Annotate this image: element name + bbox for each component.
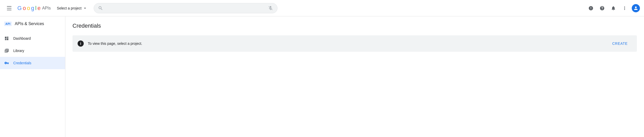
voice-search-icon[interactable]	[268, 6, 273, 11]
info-message: To view this page, select a project.	[88, 41, 604, 46]
help-button[interactable]	[597, 3, 607, 13]
credentials-label: Credentials	[13, 61, 31, 65]
header-icons	[586, 3, 640, 13]
google-apis-logo[interactable]: Google APIs	[17, 5, 51, 12]
more-vert-icon	[622, 6, 627, 11]
sidebar-nav: Dashboard Library Credentials	[0, 30, 65, 71]
logo-g2: g	[31, 5, 34, 12]
logo-o1: o	[23, 5, 26, 12]
sidebar-header: API APIs & Services	[0, 18, 65, 30]
sidebar-title: APIs & Services	[15, 22, 44, 26]
account-icon	[633, 6, 638, 11]
logo-e: e	[38, 5, 41, 12]
help-icon	[600, 6, 605, 11]
logo-l: l	[35, 5, 37, 12]
create-button[interactable]: CREATE	[608, 39, 632, 48]
page-title: Credentials	[72, 23, 637, 29]
logo-g: G	[17, 5, 22, 12]
search-bar	[94, 3, 277, 13]
project-selector[interactable]: Select a project	[54, 4, 91, 13]
dashboard-icon	[4, 36, 9, 41]
top-header: Google APIs Select a project	[0, 0, 644, 16]
sidebar-item-credentials[interactable]: Credentials	[0, 57, 65, 69]
credentials-icon	[4, 61, 9, 65]
notifications-button[interactable]	[608, 3, 618, 13]
apis-text: APIs	[42, 6, 51, 10]
sidebar-item-library[interactable]: Library	[0, 45, 65, 57]
main-layout: API APIs & Services Dashboard	[0, 16, 644, 137]
search-input[interactable]	[106, 6, 265, 10]
library-label: Library	[13, 49, 24, 53]
dashboard-label: Dashboard	[13, 36, 31, 40]
dropdown-icon	[82, 6, 88, 11]
project-selector-text: Select a project	[57, 6, 82, 10]
sidebar-item-dashboard[interactable]: Dashboard	[0, 32, 65, 45]
alert-icon	[588, 6, 593, 11]
more-options-button[interactable]	[619, 3, 630, 13]
info-icon: i	[78, 40, 84, 47]
sidebar: API APIs & Services Dashboard	[0, 16, 65, 137]
logo-o2: o	[27, 5, 30, 12]
alert-button[interactable]	[586, 3, 596, 13]
info-banner: i To view this page, select a project. C…	[72, 35, 637, 52]
library-icon	[4, 48, 9, 53]
main-content: Credentials i To view this page, select …	[65, 16, 644, 137]
search-icon	[98, 6, 103, 11]
notifications-icon	[611, 6, 616, 11]
hamburger-icon	[7, 6, 11, 10]
user-avatar[interactable]	[632, 4, 640, 12]
api-badge: API	[4, 22, 12, 26]
menu-button[interactable]	[4, 3, 14, 13]
